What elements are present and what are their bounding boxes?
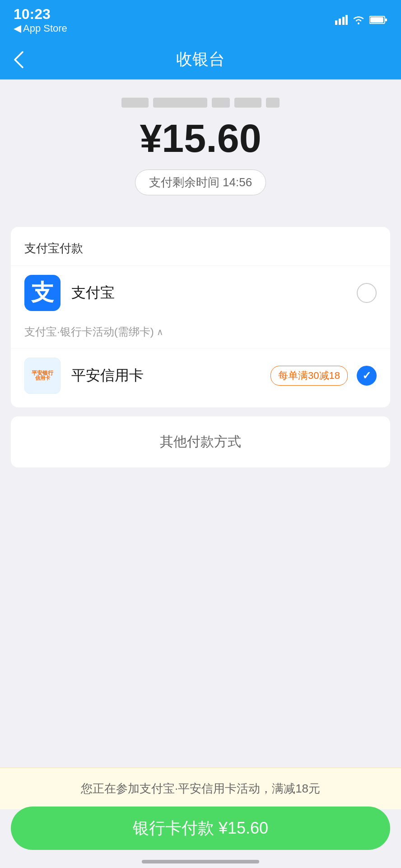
other-payment-card[interactable]: 其他付款方式: [11, 416, 390, 467]
alipay-option[interactable]: 支 支付宝: [11, 265, 390, 320]
discount-badge: 每单满30减18: [270, 366, 348, 386]
svg-rect-1: [339, 19, 341, 25]
timer-badge: 支付剩余时间 14:56: [135, 170, 266, 195]
status-bar: 10:23 ◀ App Store: [0, 0, 401, 40]
pingan-radio[interactable]: [357, 366, 377, 386]
pingan-icon: 平安银行 信用卡: [24, 358, 61, 394]
blur-block-4: [234, 98, 261, 108]
alipay-symbol: 支: [31, 278, 54, 308]
blur-block-1: [121, 98, 149, 108]
bank-activity-text: 支付宝·银行卡活动(需绑卡): [24, 325, 154, 339]
blur-block-3: [212, 98, 230, 108]
pay-button[interactable]: 银行卡付款 ¥15.60: [11, 807, 390, 850]
promo-banner: 您正在参加支付宝·平安信用卡活动，满减18元: [0, 768, 401, 809]
signal-icon: [335, 15, 348, 25]
pay-button-text: 银行卡付款 ¥15.60: [133, 817, 268, 840]
status-left: 10:23 ◀ App Store: [14, 5, 67, 34]
amount-display: ¥15.60: [140, 117, 261, 160]
bank-activity-row[interactable]: 支付宝·银行卡活动(需绑卡) ∧: [11, 320, 390, 348]
alipay-section-title: 支付宝付款: [11, 227, 390, 265]
wifi-icon: [352, 15, 365, 25]
blur-block-2: [153, 98, 207, 108]
back-button[interactable]: [14, 51, 23, 68]
chevron-up-icon: ∧: [157, 326, 163, 337]
svg-rect-2: [342, 17, 345, 25]
status-right: [335, 15, 387, 25]
promo-text: 您正在参加支付宝·平安信用卡活动，满减18元: [81, 782, 320, 795]
back-arrow-small: ◀: [14, 23, 21, 34]
pingan-option[interactable]: 平安银行 信用卡 平安信用卡 每单满30减18: [11, 348, 390, 407]
nav-title: 收银台: [176, 48, 225, 71]
main-content: ¥15.60 支付剩余时间 14:56 支付宝付款 支 支付宝 支付宝·银行卡活…: [0, 80, 401, 868]
nav-bar: 收银台: [0, 40, 401, 80]
amount-section: ¥15.60 支付剩余时间 14:56: [0, 80, 401, 218]
status-time: 10:23: [14, 5, 67, 23]
payment-card-alipay: 支付宝付款 支 支付宝 支付宝·银行卡活动(需绑卡) ∧ 平安银行 信用卡 平安…: [11, 227, 390, 407]
alipay-radio[interactable]: [357, 283, 377, 303]
svg-rect-3: [345, 15, 348, 25]
svg-rect-6: [385, 19, 387, 21]
blur-block-5: [266, 98, 280, 108]
svg-rect-0: [335, 20, 337, 25]
svg-point-4: [358, 23, 359, 24]
alipay-icon: 支: [24, 275, 61, 311]
order-info-blur: [121, 98, 280, 108]
pingan-name: 平安信用卡: [71, 366, 270, 386]
svg-rect-7: [370, 17, 383, 23]
home-indicator: [142, 860, 259, 863]
battery-icon: [369, 15, 387, 25]
alipay-name: 支付宝: [71, 283, 357, 303]
other-payment-text: 其他付款方式: [160, 434, 241, 449]
status-app-store: ◀ App Store: [14, 23, 67, 34]
